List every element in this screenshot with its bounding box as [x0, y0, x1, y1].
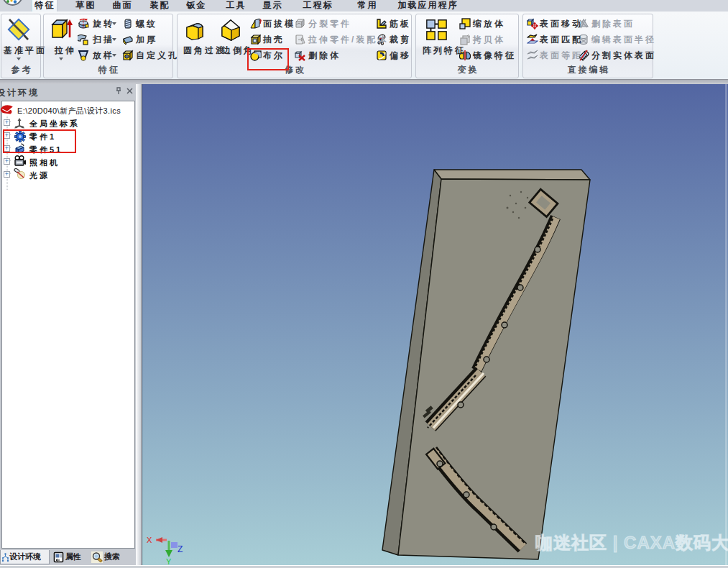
svg-text:X: X [147, 536, 152, 544]
svg-text:Z: Z [178, 544, 183, 554]
svg-text:Y: Y [166, 557, 172, 565]
